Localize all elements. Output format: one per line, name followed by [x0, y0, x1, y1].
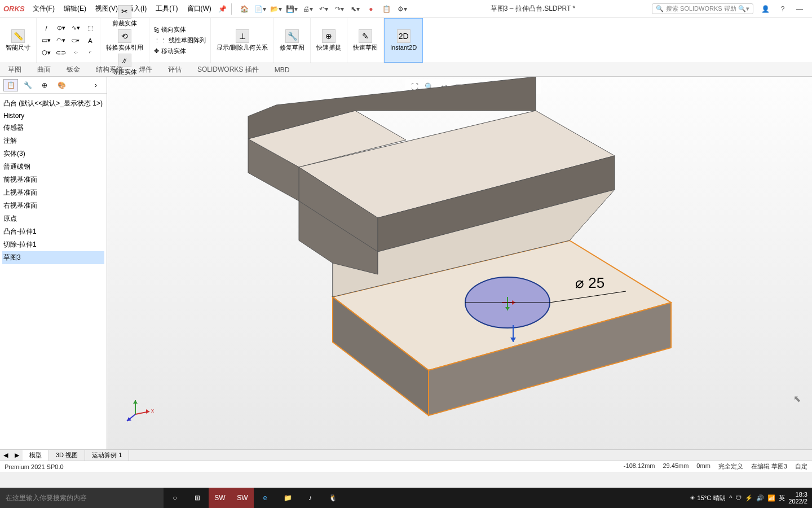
menu-tools[interactable]: 工具(T)	[151, 4, 182, 14]
tray-time[interactable]: 18:3	[788, 491, 807, 498]
tab-struct[interactable]: 结构系统	[88, 63, 131, 76]
tree-sensors[interactable]: 传感器	[2, 121, 104, 134]
open-icon[interactable]: 📂▾	[270, 2, 283, 16]
new-icon[interactable]: 📄▾	[254, 2, 267, 16]
tray-ime[interactable]: 英	[779, 494, 785, 502]
view-triad[interactable]: x	[124, 397, 152, 427]
tree-cut[interactable]: 切除-拉伸1	[2, 238, 104, 251]
viewport[interactable]: ⛶ 🔍 ↩ ◫ 🎲 ◧ 👁 🎨 🖥	[107, 77, 812, 449]
taskbar-search[interactable]: 在这里输入你要搜索的内容	[0, 488, 164, 508]
tree-right[interactable]: 右视基准面	[2, 199, 104, 212]
tab-sheet[interactable]: 钣金	[59, 63, 88, 76]
dimension-dia25[interactable]: ⌀ 25	[575, 274, 604, 292]
tree-top[interactable]: 上视基准面	[2, 186, 104, 199]
taskbar-explorer-icon[interactable]: 📁	[276, 488, 299, 508]
btab-prev-icon[interactable]: ◀	[0, 452, 11, 459]
tree-origin[interactable]: 原点	[2, 212, 104, 225]
fillet-icon[interactable]: ◜	[84, 47, 96, 59]
undo-icon[interactable]: ↶▾	[317, 2, 330, 16]
rebuild-icon[interactable]: ●	[364, 2, 378, 16]
tree-sketch3[interactable]: 草图3	[2, 251, 104, 264]
redo-icon[interactable]: ↷▾	[333, 2, 346, 16]
tree-material[interactable]: 普通碳钢	[2, 160, 104, 173]
smart-dimension-button[interactable]: 📏 智能尺寸	[3, 28, 33, 52]
menu-file[interactable]: 文件(F)	[28, 4, 59, 14]
btab-model[interactable]: 模型	[23, 450, 49, 461]
instant2d-button[interactable]: 2D Instant2D	[388, 28, 419, 52]
taskbar-qq-icon[interactable]: 🐧	[321, 488, 344, 508]
tab-mbd[interactable]: MBD	[267, 64, 298, 76]
repair-button[interactable]: 🔧 修复草图	[277, 28, 307, 52]
tree-tab-feature[interactable]: 📋	[3, 79, 18, 91]
feature-tree[interactable]: 凸台 (默认<<默认>_显示状态 1>) History 传感器 注解 实体(3…	[0, 94, 107, 449]
options-icon[interactable]: 📋	[380, 2, 394, 16]
snap-button[interactable]: ⊕ 快速捕捉	[314, 28, 343, 52]
pattern-button[interactable]: ⋮⋮线性草图阵列	[153, 36, 207, 45]
rect-icon[interactable]: ▭▾	[40, 35, 52, 46]
tree-tab-expand[interactable]: ›	[89, 79, 103, 91]
chamfer-icon[interactable]: ⬚	[84, 23, 96, 34]
svg-marker-21	[146, 409, 149, 414]
instant2d-label: Instant2D	[390, 44, 417, 51]
tree-tab-config[interactable]: ⊕	[37, 79, 52, 91]
tray-chevron-icon[interactable]: ^	[729, 494, 732, 501]
taskbar-weather[interactable]: ☀ 15°C 晴朗	[690, 494, 726, 502]
user-icon[interactable]: 👤	[759, 2, 773, 16]
taskbar-sw2016-icon[interactable]: SW	[209, 488, 231, 508]
tray-security-icon[interactable]: 🛡	[735, 494, 742, 501]
spline-icon[interactable]: ∿▾	[69, 23, 82, 34]
point-icon[interactable]: ⁘	[69, 47, 82, 59]
minimize-icon[interactable]: —	[793, 2, 806, 16]
tray-date[interactable]: 2022/2	[788, 498, 807, 505]
search-dropdown-icon[interactable]: 🔍▾	[738, 5, 749, 12]
tree-solids[interactable]: 实体(3)	[2, 147, 104, 160]
tree-boss[interactable]: 凸台-拉伸1	[2, 225, 104, 238]
help-icon[interactable]: ?	[776, 2, 789, 16]
circle-icon[interactable]: ⊙▾	[55, 23, 67, 34]
taskbar-taskview-icon[interactable]: ⊞	[186, 488, 209, 508]
polygon-icon[interactable]: ⬡▾	[40, 47, 52, 59]
tab-surface[interactable]: 曲面	[29, 63, 59, 76]
btab-motion[interactable]: 运动算例 1	[85, 450, 129, 461]
mirror-button[interactable]: ⧎镜向实体	[153, 25, 207, 34]
tab-sketch[interactable]: 草图	[0, 63, 29, 76]
arc-icon[interactable]: ◠▾	[55, 35, 67, 46]
tab-eval[interactable]: 评估	[160, 63, 189, 76]
btab-next-icon[interactable]: ▶	[11, 452, 23, 459]
settings-icon[interactable]: ⚙▾	[396, 2, 409, 16]
search-box[interactable]: 🔍 搜索 SOLIDWORKS 帮助 🔍▾	[652, 3, 753, 14]
tray-shield2-icon[interactable]: ⚡	[745, 494, 753, 502]
tray-wifi-icon[interactable]: 📶	[767, 494, 775, 502]
save-icon[interactable]: 💾▾	[285, 2, 299, 16]
taskbar-sw2021-icon[interactable]: SW	[231, 488, 254, 508]
slot-icon[interactable]: ⊂⊃	[55, 47, 67, 59]
home-icon[interactable]: 🏠	[238, 2, 251, 16]
btab-3dview[interactable]: 3D 视图	[49, 450, 85, 461]
rapid-button[interactable]: ✎ 快速草图	[351, 28, 380, 52]
taskbar-tiktok-icon[interactable]: ♪	[299, 488, 321, 508]
menu-window[interactable]: 窗口(W)	[183, 4, 216, 14]
tree-tab-display[interactable]: 🎨	[54, 79, 69, 91]
tab-weld[interactable]: 焊件	[131, 63, 160, 76]
tree-front[interactable]: 前视基准面	[2, 173, 104, 186]
text-icon[interactable]: A	[84, 35, 96, 46]
tree-tab-property[interactable]: 🔧	[20, 79, 35, 91]
print-icon[interactable]: 🖨▾	[301, 2, 315, 16]
trim-button[interactable]: ✂ 剪裁实体	[110, 4, 139, 28]
pin-icon[interactable]: 📌	[216, 2, 230, 16]
tree-history[interactable]: History	[2, 110, 104, 121]
taskbar-ie-icon[interactable]: e	[254, 488, 276, 508]
tab-addins[interactable]: SOLIDWORKS 插件	[189, 63, 267, 76]
status-editing: 在编辑 草图3	[751, 462, 787, 471]
menu-edit[interactable]: 编辑(E)	[59, 4, 91, 14]
taskbar-cortana-icon[interactable]: ○	[164, 488, 186, 508]
convert-button[interactable]: ⟲ 转换实体引用	[104, 28, 145, 52]
line-icon[interactable]: /	[40, 23, 52, 34]
tray-volume-icon[interactable]: 🔊	[756, 494, 764, 502]
tree-annot[interactable]: 注解	[2, 134, 104, 147]
relations-button[interactable]: ⊥ 显示/删除几何关系	[214, 28, 270, 52]
move-button[interactable]: ✥移动实体	[153, 46, 207, 56]
tree-root[interactable]: 凸台 (默认<<默认>_显示状态 1>)	[2, 97, 104, 110]
ellipse-icon[interactable]: ⬭▾	[69, 35, 82, 46]
select-icon[interactable]: ⬉▾	[348, 2, 362, 16]
